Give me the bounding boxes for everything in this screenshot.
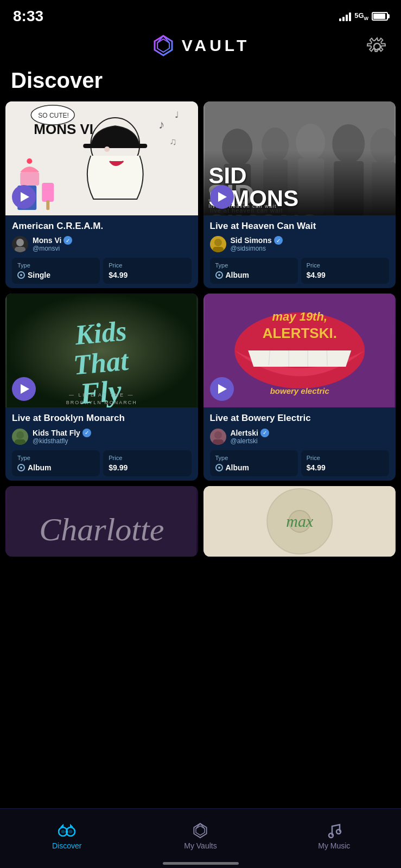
type-value-1: Album [215, 271, 292, 279]
card-title-0: American C.R.E.A.M. [12, 221, 192, 232]
svg-text:♫: ♫ [169, 136, 177, 147]
price-label-3: Price [307, 455, 384, 461]
artist-info-0: Mons Vi ✓ @monsvi [33, 236, 72, 252]
type-label-1: Type [215, 262, 292, 269]
svg-rect-16 [46, 200, 49, 210]
card-artist-1: Sid Simons ✓ @sidsimons [210, 236, 390, 252]
card-info-1: Live at Heaven Can Wait Sid Simons ✓ @si… [203, 215, 396, 288]
card-info-0: American C.R.E.A.M. Mons Vi ✓ @monsvi [5, 215, 198, 288]
artist-handle-3: @alertski [231, 437, 269, 445]
svg-rect-37 [213, 247, 224, 252]
nav-label-discover: Discover [52, 841, 81, 850]
card-title-3: Live at Bowery Electric [210, 413, 390, 424]
partial-card-1[interactable]: max [203, 486, 396, 557]
play-button-0[interactable] [12, 185, 36, 209]
artist-info-1: Sid Simons ✓ @sidsimons [231, 236, 283, 252]
svg-text:bowery electric: bowery electric [270, 386, 329, 395]
artist-handle-1: @sidsimons [231, 245, 283, 252]
nav-label-my-vaults: My Vaults [184, 841, 217, 850]
music-card-2[interactable]: Kids That Fly — LIVE AT THE — BROOKYLN M… [5, 293, 198, 480]
status-icons: 5GW [339, 11, 388, 21]
play-button-1[interactable] [210, 185, 234, 209]
app-title: VAULT [182, 36, 250, 55]
status-bar: 8:33 5GW [0, 0, 401, 29]
price-box-2: Price $9.99 [103, 450, 191, 476]
music-card-3[interactable]: may 19th, ALERTSKI. bowery electric Live… [203, 293, 396, 480]
svg-point-67 [69, 830, 72, 833]
card-artist-0: Mons Vi ✓ @monsvi [12, 236, 192, 252]
card-meta-2: Type Album Price $9.99 [12, 450, 192, 476]
price-value-2: $9.99 [109, 463, 186, 472]
price-label-2: Price [109, 455, 186, 461]
svg-text:♪: ♪ [158, 118, 164, 131]
artist-name-0: Mons Vi [33, 236, 61, 245]
price-label-1: Price [307, 262, 384, 269]
home-indicator [163, 862, 239, 865]
nav-item-my-music[interactable]: My Music [268, 809, 401, 857]
svg-point-36 [214, 239, 222, 246]
card-artist-2: Kids That Fly ✓ @kidsthatfly [12, 429, 192, 445]
card-title-1: Live at Heaven Can Wait [210, 221, 390, 232]
artist-avatar-0 [12, 236, 28, 252]
verified-badge-3: ✓ [260, 429, 269, 437]
partial-card-0[interactable]: Charlotte [5, 486, 198, 557]
card-image-3: may 19th, ALERTSKI. bowery electric [203, 293, 396, 407]
card-artist-3: Alertski ✓ @alertski [210, 429, 390, 445]
nav-item-discover[interactable]: Discover [0, 809, 133, 857]
svg-point-45 [16, 431, 24, 439]
verified-badge-0: ✓ [63, 236, 72, 245]
type-value-0: Single [17, 271, 94, 279]
artist-handle-2: @kidsthatfly [33, 437, 91, 445]
verified-badge-1: ✓ [274, 236, 283, 245]
price-value-1: $4.99 [307, 271, 384, 279]
partial-cards-row: Charlotte max [0, 486, 401, 562]
svg-point-72 [329, 833, 333, 838]
card-image-0: MONS VI SO CUTE! milk [5, 101, 198, 215]
artist-name-3: Alertski [231, 429, 258, 437]
price-box-3: Price $4.99 [301, 450, 389, 476]
vault-icon [192, 822, 209, 839]
card-image-1: SID SIMONS live at heaven can wait SID S… [203, 101, 396, 215]
card-info-2: Live at Brooklyn Monarch Kids That Fly ✓… [5, 407, 198, 480]
svg-text:♩: ♩ [175, 110, 179, 119]
type-value-2: Album [17, 463, 94, 472]
card-meta-3: Type Album Price $4.99 [210, 450, 390, 476]
type-box-0: Type Single [12, 258, 100, 284]
svg-point-12 [27, 158, 32, 164]
play-button-3[interactable] [210, 377, 234, 401]
network-label: 5GW [354, 11, 368, 21]
svg-text:Charlotte: Charlotte [39, 512, 164, 547]
svg-text:ALERTSKI.: ALERTSKI. [262, 325, 336, 341]
artist-info-2: Kids That Fly ✓ @kidsthatfly [33, 429, 91, 445]
artist-handle-0: @monsvi [33, 245, 72, 252]
svg-line-52 [327, 350, 327, 366]
svg-rect-46 [15, 439, 26, 445]
app-header: VAULT [0, 29, 401, 64]
card-image-2: Kids That Fly — LIVE AT THE — BROOKYLN M… [5, 293, 198, 407]
signal-bars-icon [339, 11, 351, 21]
logo-container: VAULT [151, 34, 250, 58]
vault-logo-icon [151, 34, 175, 58]
type-box-1: Type Album [210, 258, 298, 284]
price-box-0: Price $4.99 [103, 258, 191, 284]
artist-avatar-3 [210, 429, 226, 445]
svg-point-20 [16, 239, 24, 246]
svg-text:— LIVE AT THE —: — LIVE AT THE — [69, 392, 135, 398]
music-card-0[interactable]: MONS VI SO CUTE! milk [5, 101, 198, 288]
type-label-2: Type [17, 455, 94, 461]
verified-badge-2: ✓ [82, 429, 91, 437]
svg-rect-57 [213, 439, 224, 445]
nav-label-my-music: My Music [318, 841, 350, 850]
svg-point-73 [336, 829, 341, 834]
type-box-3: Type Album [210, 450, 298, 476]
artist-name-1: Sid Simons [231, 236, 272, 245]
artist-name-2: Kids That Fly [33, 429, 80, 437]
settings-button[interactable] [366, 36, 388, 58]
price-value-0: $4.99 [109, 271, 186, 279]
nav-item-my-vaults[interactable]: My Vaults [133, 809, 267, 857]
music-card-1[interactable]: SID SIMONS live at heaven can wait SID S… [203, 101, 396, 288]
svg-rect-21 [15, 247, 26, 252]
svg-text:may 19th,: may 19th, [272, 310, 327, 323]
artist-avatar-2 [12, 429, 28, 445]
svg-text:SO CUTE!: SO CUTE! [38, 112, 69, 119]
